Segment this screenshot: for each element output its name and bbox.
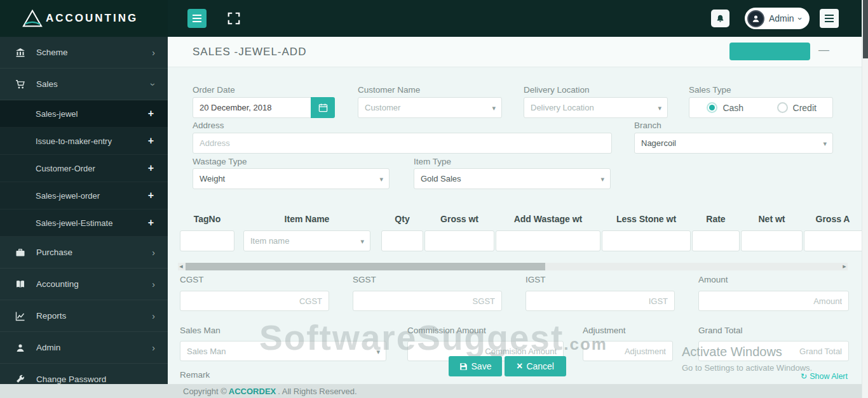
save-button[interactable]: Save [449, 356, 502, 376]
customer-select[interactable]: Customer ▾ [358, 97, 502, 118]
caret-down-icon: ▾ [379, 175, 383, 183]
scroll-left-icon[interactable]: ◀ [178, 263, 184, 270]
chevron-right-icon: › [152, 48, 155, 58]
grand-total-input[interactable] [698, 341, 849, 361]
col-tagno: TagNo [180, 214, 234, 224]
sidebar: Scheme › Sales › Sales-jewel + Issue-to-… [0, 37, 168, 398]
sidebar-subitem-sales-jewel-order[interactable]: Sales-jewel-order + [0, 182, 168, 209]
fullscreen-icon[interactable] [225, 10, 243, 27]
address-input[interactable] [193, 133, 612, 154]
igst-input[interactable] [526, 291, 675, 311]
radio-unselected-icon[interactable] [777, 102, 788, 113]
top-header: ACCOUNTING Admin › [0, 0, 868, 37]
delivery-location-select[interactable]: Delivery Location ▾ [524, 97, 668, 118]
item-type-label: Item Type [414, 157, 451, 166]
customer-name-label: Customer Name [358, 85, 420, 95]
wastage-type-select[interactable]: Weight ▾ [193, 168, 390, 189]
caret-down-icon: ▾ [658, 104, 661, 112]
item-type-select[interactable]: Gold Sales ▾ [414, 168, 611, 189]
plus-icon[interactable]: + [148, 163, 154, 174]
grand-total-label: Grand Total [698, 326, 743, 335]
cancel-button[interactable]: × Cancel [505, 356, 566, 376]
vertical-scroll-thumb[interactable] [863, 0, 868, 58]
admin-menu-button[interactable]: Admin › [745, 8, 810, 29]
collapse-icon[interactable]: — [818, 44, 829, 56]
plus-icon[interactable]: + [148, 135, 154, 147]
col-rate: Rate [692, 214, 740, 224]
gross-wt-input[interactable] [424, 230, 494, 251]
show-alert-link[interactable]: ↻ Show Alert [801, 371, 848, 381]
wrench-icon [14, 375, 27, 385]
book-icon [14, 279, 27, 289]
wastage-type-label: Wastage Type [193, 157, 247, 166]
sidebar-item-reports[interactable]: Reports › [0, 300, 168, 332]
col-item-name: Item Name [243, 214, 370, 224]
horizontal-scroll-thumb[interactable] [186, 263, 545, 270]
amount-input[interactable] [698, 291, 849, 311]
sidebar-item-label: Accounting [36, 279, 79, 289]
cgst-input[interactable] [180, 291, 329, 311]
sidebar-subitem-customer-order[interactable]: Customer-Order + [0, 155, 168, 182]
sidebar-item-label: Sales [36, 79, 58, 89]
notifications-button[interactable] [711, 10, 729, 27]
radio-selected-icon[interactable] [707, 102, 717, 113]
sidebar-item-accounting[interactable]: Accounting › [0, 269, 168, 300]
close-icon: × [517, 361, 522, 371]
sidebar-item-label: Reports [36, 311, 66, 321]
sidebar-subitem-issue-to-maker-entry[interactable]: Issue-to-maker-entry + [0, 128, 168, 155]
col-gross-amt: Gross A [804, 214, 862, 224]
sidebar-item-scheme[interactable]: Scheme › [0, 37, 168, 69]
rate-input[interactable] [692, 230, 740, 251]
sgst-label: SGST [353, 275, 376, 284]
order-date-input[interactable] [193, 97, 311, 118]
sidebar-item-purchase[interactable]: Purchase › [0, 237, 168, 269]
caret-down-icon: ▾ [823, 140, 827, 148]
item-name-select[interactable]: Item name ▾ [243, 230, 370, 251]
plus-icon[interactable]: + [148, 217, 154, 229]
adjustment-input[interactable] [583, 341, 673, 361]
sidebar-item-admin[interactable]: Admin › [0, 332, 168, 364]
sidebar-item-label: Scheme [36, 48, 68, 57]
sales-submenu: Sales-jewel + Issue-to-maker-entry + Cus… [0, 100, 168, 237]
credit-radio[interactable]: Credit [761, 102, 833, 113]
sgst-input[interactable] [353, 291, 502, 311]
settings-menu-button[interactable] [820, 9, 839, 28]
chart-icon [14, 311, 27, 321]
qty-input[interactable] [381, 230, 423, 251]
subitem-label: Issue-to-maker-entry [36, 136, 112, 146]
horizontal-scrollbar[interactable]: ◀ ▶ [178, 263, 848, 270]
sidebar-toggle-button[interactable] [187, 9, 207, 28]
scroll-right-icon[interactable]: ▶ [841, 263, 848, 270]
calendar-icon [318, 103, 328, 112]
col-add-wastage: Add Wastage wt [496, 214, 600, 224]
tagno-input[interactable] [180, 230, 234, 251]
caret-down-icon: ▾ [492, 104, 496, 112]
bell-icon [715, 14, 725, 23]
chevron-down-icon: › [795, 17, 804, 20]
sidebar-item-label: Change Password [36, 375, 106, 384]
briefcase-icon [14, 248, 27, 258]
plus-icon[interactable]: + [148, 190, 154, 201]
save-icon [459, 362, 468, 371]
sidebar-item-sales[interactable]: Sales › [0, 69, 168, 100]
subitem-label: Sales-jewel [36, 109, 78, 119]
caret-down-icon: ▾ [360, 237, 364, 246]
titlebar-action-button[interactable] [729, 43, 810, 60]
sales-man-select[interactable]: Sales Man ▾ [180, 341, 386, 361]
calendar-button[interactable] [311, 97, 335, 118]
activate-windows-subtext: Go to Settings to activate Windows. [682, 363, 812, 373]
cash-radio[interactable]: Cash [689, 102, 761, 113]
sales-man-label: Sales Man [180, 326, 220, 335]
plus-icon[interactable]: + [148, 108, 154, 119]
cart-icon [14, 79, 27, 90]
add-wastage-input[interactable] [496, 230, 600, 251]
sidebar-subitem-sales-jewel-estimate[interactable]: Sales-jewel-Estimate + [0, 209, 168, 237]
branch-select[interactable]: Nagercoil ▾ [634, 133, 833, 154]
brand-text: ACCOUNTING [46, 12, 138, 25]
vertical-scrollbar[interactable] [862, 0, 868, 398]
net-wt-input[interactable] [741, 230, 803, 251]
gross-amount-input[interactable] [804, 230, 862, 251]
sidebar-subitem-sales-jewel[interactable]: Sales-jewel + [0, 100, 168, 128]
less-stone-input[interactable] [602, 230, 691, 251]
header-main: Admin › [168, 0, 868, 37]
